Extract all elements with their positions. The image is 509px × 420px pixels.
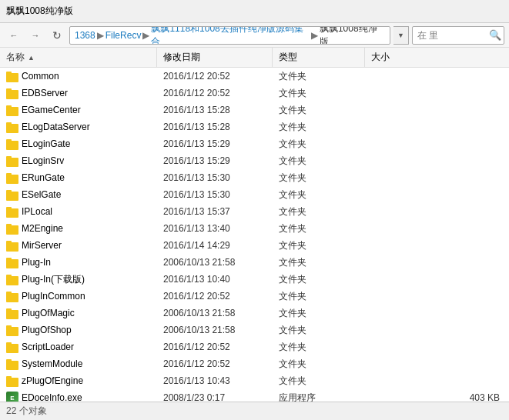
- table-row[interactable]: PlugInCommon 2016/1/12 20:52 文件夹: [0, 288, 509, 305]
- back-icon: ←: [10, 31, 18, 40]
- folder-icon: [6, 256, 18, 268]
- file-type-cell: 文件夹: [273, 239, 365, 252]
- table-row[interactable]: SystemModule 2016/1/12 20:52 文件夹: [0, 355, 509, 372]
- table-row[interactable]: IPLocal 2016/1/13 15:37 文件夹: [0, 203, 509, 220]
- table-row[interactable]: ScriptLoader 2016/1/12 20:52 文件夹: [0, 338, 509, 355]
- file-type-cell: 应用程序: [273, 392, 365, 402]
- table-row[interactable]: ESelGate 2016/1/13 15:30 文件夹: [0, 186, 509, 203]
- dropdown-icon: ▼: [397, 32, 404, 39]
- statusbar-text: 22 个对象: [6, 405, 47, 418]
- table-row[interactable]: ELoginSrv 2016/1/13 15:29 文件夹: [0, 152, 509, 169]
- forward-button[interactable]: →: [26, 26, 45, 45]
- file-name-text: Plug-In: [22, 257, 51, 268]
- file-type-cell: 文件夹: [273, 324, 365, 337]
- path-item-2[interactable]: FileRecv: [105, 30, 142, 41]
- col-header-size[interactable]: 大小: [365, 48, 506, 67]
- back-button[interactable]: ←: [5, 26, 23, 45]
- file-type-cell: 文件夹: [273, 273, 365, 286]
- file-name-cell: ELoginSrv: [3, 155, 157, 167]
- table-row[interactable]: zPlugOfEngine 2016/1/13 10:43 文件夹: [0, 372, 509, 389]
- file-name-text: PlugInCommon: [22, 291, 85, 302]
- statusbar: 22 个对象: [0, 402, 509, 420]
- col-header-type[interactable]: 类型: [273, 48, 365, 67]
- file-type-cell: 文件夹: [273, 222, 365, 235]
- forward-icon: →: [32, 31, 40, 40]
- file-type-cell: 文件夹: [273, 188, 365, 202]
- file-name-text: PlugOfMagic: [22, 308, 75, 318]
- file-date-cell: 2006/10/13 21:58: [157, 325, 273, 335]
- sort-arrow-icon: ▲: [28, 54, 35, 62]
- file-type-cell: 文件夹: [273, 307, 365, 320]
- path-item-1[interactable]: 1368: [75, 30, 95, 41]
- edoc-icon: E: [6, 392, 18, 402]
- file-name-cell: zPlugOfEngine: [3, 375, 157, 387]
- file-name-text: ELogDataServer: [22, 122, 90, 132]
- table-row[interactable]: MirServer 2016/1/14 14:29 文件夹: [0, 237, 509, 254]
- file-date-cell: 2016/1/12 20:52: [157, 88, 273, 98]
- folder-icon: [6, 188, 18, 201]
- file-type-cell: 文件夹: [273, 341, 365, 354]
- file-date-cell: 2006/10/13 21:58: [157, 257, 273, 268]
- folder-icon: [6, 375, 18, 387]
- folder-icon: [6, 70, 18, 82]
- table-row[interactable]: EDBServer 2016/1/12 20:52 文件夹: [0, 85, 509, 102]
- titlebar: 飘飘1008纯净版: [0, 0, 509, 23]
- folder-icon: [6, 138, 18, 150]
- table-row[interactable]: M2Engine 2016/1/13 13:40 文件夹: [0, 220, 509, 237]
- table-row[interactable]: Common 2016/1/12 20:52 文件夹: [0, 68, 509, 85]
- folder-icon: [6, 307, 18, 319]
- file-name-text: ELoginGate: [22, 138, 70, 149]
- file-name-cell: ERunGate: [3, 172, 157, 184]
- table-row[interactable]: E EDoceInfo.exe 2008/1/23 0:17 应用程序 403 …: [0, 389, 509, 402]
- refresh-button[interactable]: ↻: [48, 26, 66, 45]
- file-type-cell: 文件夹: [273, 104, 365, 117]
- col-type-label: 类型: [279, 51, 297, 64]
- folder-icon: [6, 104, 18, 116]
- file-date-cell: 2016/1/13 15:29: [157, 155, 273, 166]
- file-name-text: PlugOfShop: [22, 325, 72, 335]
- file-name-text: MirServer: [22, 240, 62, 251]
- col-header-name[interactable]: 名称 ▲: [3, 48, 157, 67]
- file-date-cell: 2016/1/13 13:40: [157, 223, 273, 234]
- file-type-cell: 文件夹: [273, 121, 365, 134]
- folder-icon: [6, 155, 18, 167]
- file-name-cell: Common: [3, 70, 157, 82]
- file-date-cell: 2016/1/13 15:29: [157, 138, 273, 149]
- search-icon[interactable]: 🔍: [489, 29, 501, 41]
- path-sep-2: ▶: [142, 30, 149, 41]
- table-row[interactable]: EGameCenter 2016/1/13 15:28 文件夹: [0, 102, 509, 118]
- file-date-cell: 2016/1/12 20:52: [157, 291, 273, 302]
- file-name-cell: EGameCenter: [3, 104, 157, 116]
- path-sep-1: ▶: [97, 30, 104, 41]
- file-name-text: EDoceInfo.exe: [22, 392, 82, 402]
- file-date-cell: 2016/1/13 15:28: [157, 122, 273, 132]
- table-row[interactable]: ELogDataServer 2016/1/13 15:28 文件夹: [0, 118, 509, 135]
- file-type-cell: 文件夹: [273, 205, 365, 218]
- path-item-3[interactable]: 飘飘1118和1008去插件纯净版源码集合: [151, 26, 310, 45]
- file-name-text: EGameCenter: [22, 105, 81, 115]
- file-date-cell: 2006/10/13 21:58: [157, 308, 273, 318]
- file-name-text: EDBServer: [22, 88, 68, 98]
- table-row[interactable]: PlugOfMagic 2006/10/13 21:58 文件夹: [0, 305, 509, 322]
- folder-icon: [6, 205, 18, 218]
- file-date-cell: 2008/1/23 0:17: [157, 392, 273, 402]
- file-name-text: M2Engine: [22, 223, 63, 234]
- folder-icon: [6, 290, 18, 302]
- table-row[interactable]: ELoginGate 2016/1/13 15:29 文件夹: [0, 135, 509, 152]
- file-name-text: ESelGate: [22, 189, 61, 200]
- file-type-cell: 文件夹: [273, 70, 365, 83]
- table-row[interactable]: PlugOfShop 2006/10/13 21:58 文件夹: [0, 322, 509, 338]
- file-date-cell: 2016/1/14 14:29: [157, 240, 273, 251]
- search-wrapper: 🔍: [412, 26, 504, 45]
- path-dropdown[interactable]: ▼: [393, 26, 409, 45]
- address-path: 1368 ▶ FileRecv ▶ 飘飘1118和1008去插件纯净版源码集合 …: [69, 26, 390, 45]
- col-header-date[interactable]: 修改日期: [157, 48, 273, 67]
- table-row[interactable]: Plug-In 2006/10/13 21:58 文件夹: [0, 254, 509, 271]
- folder-icon: [6, 121, 18, 133]
- folder-icon: [6, 341, 18, 353]
- file-name-cell: ScriptLoader: [3, 341, 157, 353]
- table-row[interactable]: ERunGate 2016/1/13 15:30 文件夹: [0, 169, 509, 186]
- table-row[interactable]: Plug-In(下载版) 2016/1/13 10:40 文件夹: [0, 271, 509, 288]
- file-name-cell: ELogDataServer: [3, 121, 157, 133]
- file-name-text: zPlugOfEngine: [22, 375, 83, 386]
